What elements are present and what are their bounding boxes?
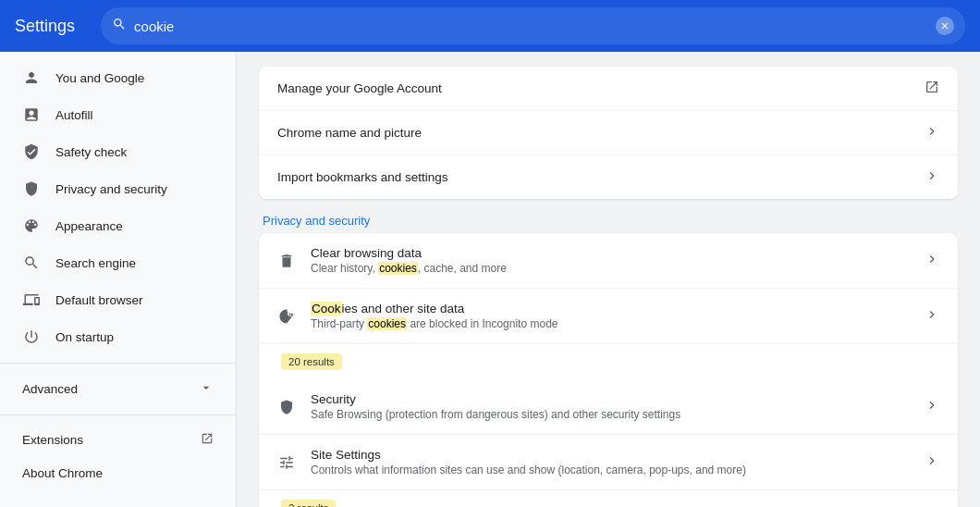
security-icon (277, 398, 296, 416)
site-settings-sub: Controls what information sites can use … (311, 464, 910, 476)
sidebar-divider-2 (0, 414, 236, 415)
trash-icon (277, 252, 296, 270)
privacy-icon (22, 179, 41, 198)
sidebar-item-default-browser[interactable]: Default browser (0, 281, 228, 318)
external-icon-manage (925, 80, 939, 97)
default-browser-icon (22, 291, 41, 309)
card-item-site-settings[interactable]: Site Settings Controls what information … (259, 435, 958, 490)
sidebar: You and Google Autofill Safety check Pri… (0, 52, 237, 507)
sidebar-item-about-chrome[interactable]: About Chrome (0, 457, 228, 489)
sidebar-item-extensions[interactable]: Extensions (0, 423, 236, 457)
sidebar-label-appearance: Appearance (55, 219, 123, 233)
top-section-card: Manage your Google Account Chrome name a… (259, 67, 958, 199)
results-badge-20: 20 results (281, 353, 342, 370)
sidebar-label-privacy: Privacy and security (55, 182, 167, 196)
sidebar-label-safety-check: Safety check (55, 145, 127, 159)
search-input[interactable] (134, 19, 928, 34)
card-item-manage-account[interactable]: Manage your Google Account (259, 67, 958, 111)
sidebar-item-appearance[interactable]: Appearance (0, 207, 228, 244)
manage-account-text: Manage your Google Account (277, 81, 910, 95)
sidebar-item-on-startup[interactable]: On startup (0, 318, 228, 355)
arrow-icon-clear-browsing (925, 252, 939, 269)
person-icon (22, 68, 41, 87)
autofill-icon (22, 105, 41, 124)
clear-browsing-title: Clear browsing data (311, 246, 910, 260)
chrome-name-text: Chrome name and picture (277, 126, 910, 140)
settings-title: Settings (15, 17, 75, 36)
import-bookmarks-text: Import bookmarks and settings (277, 170, 910, 184)
appearance-icon (22, 216, 41, 235)
sidebar-item-safety-check[interactable]: Safety check (0, 133, 228, 170)
sidebar-item-you-and-google[interactable]: You and Google (0, 59, 228, 96)
chevron-down-icon (199, 380, 214, 398)
arrow-icon-chrome-name (925, 124, 939, 142)
sidebar-divider (0, 363, 236, 364)
cookie-icon (277, 307, 296, 326)
card-item-clear-browsing[interactable]: Clear browsing data Clear history, cooki… (259, 233, 958, 289)
card-item-security[interactable]: Security Safe Browsing (protection from … (259, 379, 958, 435)
sidebar-label-on-startup: On startup (55, 330, 114, 344)
cookies-sub: Third-party cookies are blocked in Incog… (311, 317, 910, 330)
search-clear-button[interactable] (936, 17, 954, 35)
results-badge-2: 2 results (281, 500, 336, 507)
sidebar-label-you-and-google: You and Google (55, 71, 144, 85)
extensions-label: Extensions (22, 433, 83, 447)
search-icon (112, 17, 127, 35)
on-startup-icon (22, 328, 41, 346)
about-chrome-label: About Chrome (22, 466, 103, 480)
external-link-icon (201, 432, 214, 448)
security-sub: Safe Browsing (protection from dangerous… (311, 408, 910, 421)
arrow-icon-cookies (925, 307, 939, 325)
safety-check-icon (22, 142, 41, 161)
site-settings-icon (277, 453, 296, 472)
site-settings-title: Site Settings (311, 448, 910, 462)
sidebar-item-autofill[interactable]: Autofill (0, 96, 228, 133)
card-item-import-bookmarks[interactable]: Import bookmarks and settings (259, 155, 958, 199)
card-item-cookies[interactable]: Cookies and other site data Third-party … (259, 289, 958, 344)
privacy-section-card: Clear browsing data Clear history, cooki… (259, 233, 958, 507)
clear-browsing-sub: Clear history, cookies, cache, and more (311, 262, 910, 275)
arrow-icon-security (925, 398, 939, 415)
sidebar-label-default-browser: Default browser (55, 293, 143, 307)
arrow-icon-site-settings (925, 453, 939, 471)
sidebar-label-autofill: Autofill (55, 108, 93, 122)
sidebar-label-search-engine: Search engine (55, 256, 136, 270)
sidebar-item-search-engine[interactable]: Search engine (0, 244, 228, 281)
privacy-section-label: Privacy and security (263, 214, 958, 228)
main-content: Manage your Google Account Chrome name a… (237, 52, 980, 507)
card-item-chrome-name[interactable]: Chrome name and picture (259, 111, 958, 155)
advanced-label: Advanced (22, 382, 78, 396)
search-engine-icon (22, 254, 41, 272)
cookies-title: Cookies and other site data (311, 302, 910, 315)
security-title: Security (311, 392, 910, 406)
sidebar-item-privacy[interactable]: Privacy and security (0, 170, 228, 207)
sidebar-item-advanced[interactable]: Advanced (0, 371, 236, 407)
search-bar (101, 7, 965, 44)
arrow-icon-import (925, 168, 939, 186)
